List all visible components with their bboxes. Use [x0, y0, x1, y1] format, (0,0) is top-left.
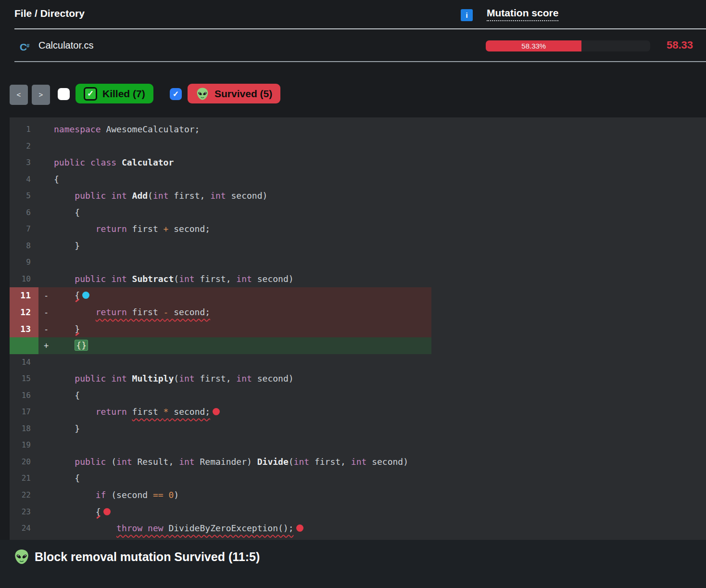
- code-text: public int Multiply(int first, int secon…: [54, 371, 294, 387]
- code-token: first,: [309, 457, 351, 467]
- code-token: second): [252, 373, 294, 383]
- progress-label: 58.33%: [521, 42, 546, 50]
- code-token: [106, 373, 111, 383]
- code-text: {: [54, 287, 89, 304]
- code-token: namespace: [54, 124, 101, 134]
- diff-sign: [38, 437, 54, 454]
- code-line: 24 throw new DivideByZeroException();: [10, 520, 706, 537]
- survived-filter-checkbox[interactable]: [170, 88, 182, 100]
- code-token: first: [127, 224, 164, 234]
- file-name[interactable]: Calculator.cs: [38, 40, 94, 51]
- code-token: int: [116, 457, 132, 467]
- code-token: int: [294, 457, 310, 467]
- next-mutant-button[interactable]: >: [32, 85, 50, 105]
- line-number: 16: [10, 387, 38, 404]
- code-token: [127, 373, 132, 383]
- code-token: second): [226, 191, 268, 201]
- code-line: 14: [10, 354, 706, 371]
- code-token: Result,: [132, 457, 179, 467]
- code-token: [54, 290, 75, 300]
- code-text: {}: [54, 337, 88, 354]
- line-number: 17: [10, 404, 38, 421]
- code-token: [54, 507, 96, 517]
- diff-sign: [38, 520, 54, 537]
- line-number: 6: [10, 205, 38, 221]
- code-text: }: [54, 238, 80, 255]
- code-token: int: [111, 191, 127, 201]
- previous-mutant-button[interactable]: <: [10, 85, 28, 105]
- alien-icon: [13, 549, 30, 565]
- code-token: int: [179, 457, 195, 467]
- code-token: first: [132, 407, 164, 417]
- code-token: int: [179, 274, 195, 284]
- code-line: 20 public (int Result, int Remainder) Di…: [10, 454, 706, 471]
- diff-sign: [38, 404, 54, 421]
- file-directory-header: File / Directory: [14, 8, 85, 19]
- code-token: Add: [132, 191, 148, 201]
- diff-sign: -: [38, 304, 54, 321]
- code-line: 19: [10, 437, 706, 454]
- mutant-dot[interactable]: [296, 524, 303, 532]
- code-line: 12- return first - second;: [10, 304, 431, 321]
- code-line: 5 public int Add(int first, int second): [10, 188, 706, 205]
- code-line: 16 {: [10, 387, 706, 404]
- line-number: 18: [10, 421, 38, 437]
- code-token: [54, 457, 75, 467]
- mutant-dot[interactable]: [213, 408, 220, 415]
- progress-fill: 58.33%: [486, 40, 581, 51]
- survived-filter-label: Survived (5): [214, 88, 272, 100]
- code-token: {: [54, 174, 59, 184]
- line-number: 19: [10, 437, 38, 454]
- code-token: return: [96, 407, 127, 417]
- code-line: 4{: [10, 171, 706, 188]
- mutation-score-header[interactable]: Mutation score: [487, 7, 558, 21]
- code-line: 9: [10, 254, 706, 271]
- diff-sign: [38, 188, 54, 205]
- diff-sign: [38, 205, 54, 221]
- mutant-dot[interactable]: [103, 508, 111, 515]
- code-token: {: [54, 207, 80, 217]
- code-text: {: [54, 470, 80, 487]
- diff-sign: [38, 354, 54, 371]
- code-token: first: [127, 307, 164, 317]
- code-text: return first * second;: [54, 404, 220, 421]
- line-number: 21: [10, 470, 38, 487]
- code-token: -: [164, 307, 169, 317]
- code-token: [54, 274, 75, 284]
- diff-sign: -: [38, 287, 54, 304]
- code-token: [127, 407, 132, 417]
- mutant-status-bar: [0, 540, 706, 588]
- diff-sign: [38, 154, 54, 171]
- code-token: [106, 191, 111, 201]
- code-token: [127, 274, 132, 284]
- code-token: }: [54, 241, 80, 251]
- code-token: *: [164, 407, 169, 417]
- code-text: }: [54, 421, 80, 437]
- code-token: second;: [168, 307, 210, 317]
- code-line: 3public class Calculator: [10, 154, 706, 171]
- code-token: {: [54, 390, 80, 400]
- mutation-report-screen: File / Directory i Mutation score C# Cal…: [0, 0, 706, 588]
- diff-sign: -: [38, 321, 54, 338]
- killed-filter-label: Killed (7): [102, 88, 145, 100]
- line-number: 15: [10, 371, 38, 387]
- line-number: [10, 337, 38, 354]
- code-token: [116, 157, 122, 167]
- code-token: public: [75, 274, 106, 284]
- code-token: second): [252, 274, 294, 284]
- code-line: 18 }: [10, 421, 706, 437]
- info-icon[interactable]: i: [461, 9, 473, 21]
- diff-sign: [38, 238, 54, 255]
- code-lines: 1namespace AwesomeCalculator;23public cl…: [10, 121, 706, 537]
- code-token: [54, 490, 96, 500]
- line-number: 3: [10, 154, 38, 171]
- code-line: + {}: [10, 337, 431, 354]
- killed-filter-button[interactable]: Killed (7): [76, 84, 153, 103]
- code-text: {: [54, 387, 80, 404]
- killed-filter-checkbox[interactable]: [58, 88, 70, 100]
- code-token: if: [96, 490, 106, 500]
- code-token: [54, 340, 75, 350]
- code-text: if (second == 0): [54, 487, 179, 504]
- selected-mutant-dot[interactable]: [82, 292, 89, 299]
- survived-filter-button[interactable]: Survived (5): [188, 84, 280, 103]
